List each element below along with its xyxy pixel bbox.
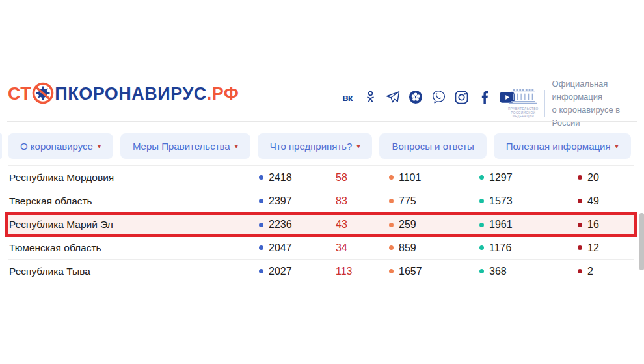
site-logo[interactable]: СТ ПКОРОНАВИРУС .РФ bbox=[8, 82, 239, 106]
nav-government-measures[interactable]: Меры Правительства ▾ bbox=[120, 133, 250, 159]
active-value: 859 bbox=[399, 242, 416, 254]
nav-label: Полезная информация bbox=[506, 141, 611, 152]
confirmed-cell: 2418 bbox=[259, 172, 292, 184]
confirmed-cell: 2236 bbox=[259, 219, 292, 231]
nav-what-to-do[interactable]: Что предпринять? ▾ bbox=[258, 133, 373, 159]
region-name: Тверская область bbox=[9, 195, 92, 207]
nav-cutoff-button-sliver[interactable] bbox=[0, 133, 2, 159]
active-cell: 1657 bbox=[389, 266, 422, 277]
gov-org-line3: ФЕДЕРАЦИИ bbox=[508, 115, 539, 119]
recovered-dot bbox=[479, 245, 484, 250]
viber-icon[interactable] bbox=[431, 89, 446, 105]
confirmed-cell: 2397 bbox=[259, 195, 292, 207]
nav-label: Что предпринять? bbox=[270, 141, 353, 152]
deaths-dot bbox=[578, 245, 582, 250]
government-emblem: ПРАВИТЕЛЬСТВО РОССИЙСКОЙ ФЕДЕРАЦИИ bbox=[508, 89, 539, 119]
odnoklassniki-icon[interactable] bbox=[362, 89, 378, 105]
table-row[interactable]: Республика Мордовия 2418 58 1101 1297 20 bbox=[8, 166, 634, 189]
recovered-value: 1573 bbox=[489, 195, 513, 207]
deaths-dot bbox=[578, 269, 582, 273]
confirmed-value: 2236 bbox=[269, 219, 292, 231]
confirmed-cell: 2047 bbox=[259, 242, 292, 254]
deaths-cell: 16 bbox=[578, 219, 599, 231]
confirmed-dot bbox=[259, 245, 263, 250]
recovered-value: 1176 bbox=[489, 242, 511, 254]
header-divider bbox=[7, 121, 637, 122]
deaths-value: 16 bbox=[587, 219, 599, 231]
nav-about-coronavirus[interactable]: О коронавирусе ▾ bbox=[8, 133, 113, 159]
active-value: 1657 bbox=[399, 266, 422, 277]
new-cases-value: 58 bbox=[336, 172, 347, 184]
confirmed-dot bbox=[259, 223, 263, 227]
scrollbar-thumb[interactable] bbox=[639, 213, 644, 270]
recovered-cell: 1297 bbox=[479, 172, 513, 184]
recovered-dot bbox=[479, 175, 484, 180]
chevron-down-icon: ▾ bbox=[235, 143, 238, 150]
recovered-cell: 1573 bbox=[479, 195, 513, 207]
confirmed-cell: 2027 bbox=[259, 266, 292, 277]
deaths-dot bbox=[578, 175, 582, 180]
new-cases-cell: 58 bbox=[336, 172, 347, 184]
virus-no-sign-icon bbox=[31, 82, 55, 106]
active-value: 1101 bbox=[399, 172, 421, 184]
icq-flower-icon[interactable] bbox=[408, 89, 423, 105]
active-cell: 775 bbox=[389, 195, 416, 207]
recovered-dot bbox=[479, 223, 484, 227]
gov-info-line2: о коронавирусе в России bbox=[552, 104, 644, 130]
table-row[interactable]: Тверская область 2397 83 775 1573 49 bbox=[8, 189, 634, 213]
confirmed-dot bbox=[259, 199, 263, 203]
social-links: вк bbox=[340, 88, 515, 106]
deaths-value: 12 bbox=[587, 242, 599, 254]
deaths-value: 20 bbox=[587, 172, 599, 184]
regions-table: Республика Мордовия 2418 58 1101 1297 20… bbox=[8, 165, 634, 283]
gov-org-line1: ПРАВИТЕЛЬСТВО bbox=[508, 107, 539, 111]
recovered-value: 1297 bbox=[489, 172, 513, 184]
main-navigation: О коронавирусе ▾ Меры Правительства ▾ Чт… bbox=[8, 133, 631, 159]
region-name: Республика Марий Эл bbox=[9, 219, 113, 231]
gov-divider bbox=[544, 90, 545, 117]
region-name: Тюменская область bbox=[9, 242, 101, 254]
new-cases-value: 113 bbox=[336, 266, 353, 277]
confirmed-dot bbox=[259, 269, 263, 273]
facebook-icon[interactable] bbox=[476, 89, 492, 105]
active-cell: 1101 bbox=[389, 172, 421, 184]
confirmed-value: 2047 bbox=[269, 242, 292, 254]
new-cases-cell: 34 bbox=[336, 242, 347, 254]
instagram-icon[interactable] bbox=[453, 89, 469, 105]
nav-questions-answers[interactable]: Вопросы и ответы bbox=[379, 133, 486, 159]
logo-prefix: СТ bbox=[8, 84, 31, 104]
active-value: 259 bbox=[399, 219, 416, 231]
table-row-highlighted[interactable]: Республика Марий Эл 2236 43 259 1961 16 bbox=[5, 212, 637, 237]
deaths-value: 2 bbox=[587, 266, 593, 277]
vk-icon[interactable]: вк bbox=[340, 89, 355, 105]
confirmed-value: 2418 bbox=[269, 172, 292, 184]
logo-middle: ПКОРОНАВИРУС bbox=[55, 84, 206, 104]
telegram-icon[interactable] bbox=[385, 89, 401, 105]
new-cases-cell: 83 bbox=[336, 195, 347, 207]
table-row[interactable]: Республика Тыва 2027 113 1657 368 2 bbox=[8, 260, 634, 283]
active-dot bbox=[389, 199, 394, 203]
new-cases-cell: 43 bbox=[336, 219, 347, 231]
nav-label: Вопросы и ответы bbox=[392, 141, 474, 152]
recovered-cell: 368 bbox=[479, 266, 507, 277]
deaths-dot bbox=[578, 199, 582, 203]
active-cell: 859 bbox=[389, 242, 416, 254]
region-name: Республика Тыва bbox=[9, 266, 90, 277]
nav-label: О коронавирусе bbox=[20, 141, 93, 152]
new-cases-cell: 113 bbox=[336, 266, 353, 277]
deaths-dot bbox=[578, 223, 582, 227]
recovered-cell: 1176 bbox=[479, 242, 511, 254]
deaths-cell: 2 bbox=[578, 266, 593, 277]
government-attribution[interactable]: ПРАВИТЕЛЬСТВО РОССИЙСКОЙ ФЕДЕРАЦИИ Офици… bbox=[508, 77, 644, 130]
page: СТ ПКОРОНАВИРУС .РФ вк bbox=[0, 0, 644, 364]
active-dot bbox=[389, 245, 394, 250]
recovered-value: 368 bbox=[489, 266, 507, 277]
government-building-icon bbox=[509, 89, 537, 104]
logo-suffix: .РФ bbox=[207, 84, 239, 104]
table-row[interactable]: Тюменская область 2047 34 859 1176 12 bbox=[8, 236, 634, 260]
confirmed-value: 2027 bbox=[269, 266, 292, 277]
chevron-down-icon: ▾ bbox=[98, 143, 101, 150]
new-cases-value: 43 bbox=[336, 219, 347, 231]
active-cell: 259 bbox=[389, 219, 416, 231]
nav-useful-info[interactable]: Полезная информация ▾ bbox=[494, 133, 631, 159]
